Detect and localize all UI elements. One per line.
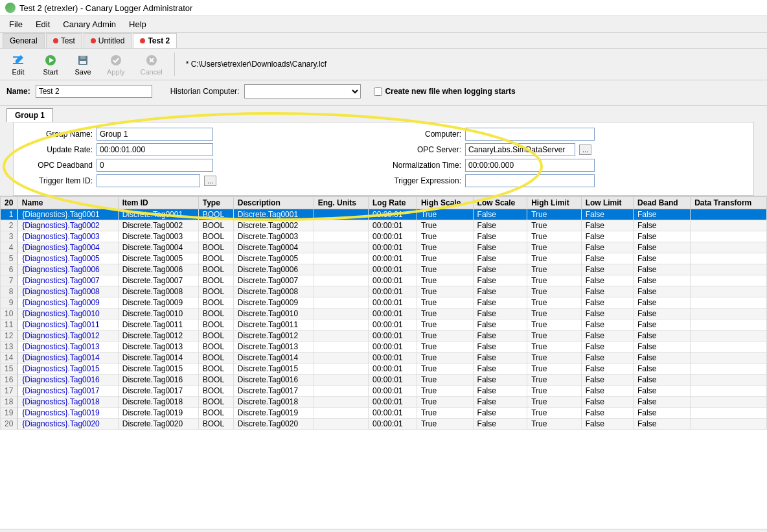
table-row[interactable]: 4{Diagnostics}.Tag0004Discrete.Tag0004BO… xyxy=(1,242,767,253)
group-name-input[interactable] xyxy=(97,128,213,141)
app-icon xyxy=(5,3,16,13)
table-row[interactable]: 5{Diagnostics}.Tag0005Discrete.Tag0005BO… xyxy=(1,253,767,264)
update-rate-row: Update Rate: xyxy=(21,143,377,156)
svg-marker-2 xyxy=(16,55,23,63)
col-type[interactable]: Type xyxy=(198,197,233,209)
table-row[interactable]: 3{Diagnostics}.Tag0003Discrete.Tag0003BO… xyxy=(1,231,767,242)
menu-file[interactable]: File xyxy=(3,17,29,31)
save-label: Save xyxy=(74,68,91,76)
trigger-item-row: Trigger Item ID: ... xyxy=(21,174,377,187)
apply-label: Apply xyxy=(107,68,125,76)
group-name-label: Group Name: xyxy=(21,130,93,139)
col-lowlimit[interactable]: Low Limit xyxy=(581,197,633,209)
table-row[interactable]: 7{Diagnostics}.Tag0007Discrete.Tag0007BO… xyxy=(1,275,767,286)
config-grid: Group Name: Update Rate: OPC Deadband Tr… xyxy=(21,128,746,190)
table-row[interactable]: 8{Diagnostics}.Tag0008Discrete.Tag0008BO… xyxy=(1,286,767,297)
normalization-input[interactable] xyxy=(465,159,595,172)
col-description[interactable]: Description xyxy=(233,197,314,209)
normalization-label: Normalization Time: xyxy=(390,161,461,170)
toolbar: Edit Start Save Apply Cancel * xyxy=(0,49,767,80)
tab-general[interactable]: General xyxy=(3,33,45,48)
right-column: Computer: OPC Server: ... Normalization … xyxy=(390,128,746,190)
table-header-row: 20 Name Item ID Type Description Eng. Un… xyxy=(1,197,767,209)
historian-label: Historian Computer: xyxy=(170,87,240,96)
trigger-item-input[interactable] xyxy=(97,174,200,187)
svg-rect-0 xyxy=(13,63,23,64)
save-button[interactable]: Save xyxy=(69,51,97,78)
group-config: Group Name: Update Rate: OPC Deadband Tr… xyxy=(13,122,754,196)
data-table-wrap: 20 Name Item ID Type Description Eng. Un… xyxy=(0,196,767,529)
cancel-button[interactable]: Cancel xyxy=(135,51,168,78)
col-engunits[interactable]: Eng. Units xyxy=(314,197,368,209)
table-row[interactable]: 15{Diagnostics}.Tag0015Discrete.Tag0015B… xyxy=(1,364,767,375)
table-row[interactable]: 9{Diagnostics}.Tag0009Discrete.Tag0009BO… xyxy=(1,297,767,308)
group-name-row: Group Name: xyxy=(21,128,377,141)
name-input[interactable] xyxy=(36,85,152,98)
menu-help[interactable]: Help xyxy=(122,17,153,31)
trigger-expr-label: Trigger Expression: xyxy=(390,176,461,185)
table-row[interactable]: 1{Diagnostics}.Tag0001Discrete.Tag0001BO… xyxy=(1,209,767,220)
col-lowscale[interactable]: Low Scale xyxy=(473,197,527,209)
tab-general-label: General xyxy=(10,36,38,45)
opc-server-input[interactable] xyxy=(465,143,575,156)
name-label: Name: xyxy=(6,87,30,96)
table-row[interactable]: 6{Diagnostics}.Tag0006Discrete.Tag0006BO… xyxy=(1,264,767,275)
update-rate-input[interactable] xyxy=(97,143,213,156)
group-tab-1[interactable]: Group 1 xyxy=(6,108,53,122)
edit-button[interactable]: Edit xyxy=(4,51,32,78)
group-tab-bar: Group 1 xyxy=(0,106,767,122)
table-row[interactable]: 16{Diagnostics}.Tag0016Discrete.Tag0016B… xyxy=(1,375,767,386)
historian-select[interactable] xyxy=(244,84,361,98)
table-row[interactable]: 17{Diagnostics}.Tag0017Discrete.Tag0017B… xyxy=(1,386,767,397)
opc-server-row: OPC Server: ... xyxy=(390,143,746,156)
left-column: Group Name: Update Rate: OPC Deadband Tr… xyxy=(21,128,377,190)
tab-untitled-dot xyxy=(91,38,96,43)
col-highlimit[interactable]: High Limit xyxy=(527,197,582,209)
edit-label: Edit xyxy=(12,68,25,76)
apply-button[interactable]: Apply xyxy=(101,51,131,78)
tab-test2-dot xyxy=(140,38,145,43)
opc-server-browse[interactable]: ... xyxy=(579,145,591,155)
svg-rect-7 xyxy=(80,61,86,64)
tab-untitled[interactable]: Untitled xyxy=(84,33,132,48)
table-row[interactable]: 12{Diagnostics}.Tag0012Discrete.Tag0012B… xyxy=(1,330,767,341)
group-config-wrapper: Group Name: Update Rate: OPC Deadband Tr… xyxy=(6,122,761,196)
col-name[interactable]: Name xyxy=(17,197,118,209)
apply-icon xyxy=(108,52,124,68)
table-row[interactable]: 20{Diagnostics}.Tag0020Discrete.Tag0020B… xyxy=(1,419,767,430)
table-body: 1{Diagnostics}.Tag0001Discrete.Tag0001BO… xyxy=(1,209,767,430)
menu-bar: File Edit Canary Admin Help xyxy=(0,16,767,33)
start-label: Start xyxy=(43,68,58,76)
tab-test-dot xyxy=(53,38,58,43)
computer-input[interactable] xyxy=(465,128,595,141)
table-row[interactable]: 11{Diagnostics}.Tag0011Discrete.Tag0011B… xyxy=(1,319,767,330)
table-row[interactable]: 13{Diagnostics}.Tag0013Discrete.Tag0013B… xyxy=(1,341,767,353)
computer-label: Computer: xyxy=(390,130,461,139)
tab-bar: General Test Untitled Test 2 xyxy=(0,33,767,49)
data-table: 20 Name Item ID Type Description Eng. Un… xyxy=(0,196,767,430)
update-rate-label: Update Rate: xyxy=(21,145,93,154)
col-deadband[interactable]: Dead Band xyxy=(634,197,691,209)
menu-edit[interactable]: Edit xyxy=(29,17,56,31)
table-row[interactable]: 18{Diagnostics}.Tag0018Discrete.Tag0018B… xyxy=(1,397,767,408)
trigger-expr-input[interactable] xyxy=(465,174,595,187)
tab-test2-label: Test 2 xyxy=(148,36,170,45)
table-row[interactable]: 14{Diagnostics}.Tag0014Discrete.Tag0014B… xyxy=(1,353,767,364)
table-row[interactable]: 2{Diagnostics}.Tag0002Discrete.Tag0002BO… xyxy=(1,220,767,231)
opc-deadband-input[interactable] xyxy=(97,159,213,172)
col-datatransform[interactable]: Data Transform xyxy=(691,197,767,209)
group-tab-label: Group 1 xyxy=(15,111,45,120)
col-highscale[interactable]: High Scale xyxy=(417,197,473,209)
tab-test2[interactable]: Test 2 xyxy=(133,33,177,48)
table-row[interactable]: 19{Diagnostics}.Tag0019Discrete.Tag0019B… xyxy=(1,408,767,419)
start-button[interactable]: Start xyxy=(36,51,65,78)
svg-point-8 xyxy=(111,55,121,65)
col-lograte[interactable]: Log Rate xyxy=(368,197,417,209)
table-row[interactable]: 10{Diagnostics}.Tag0010Discrete.Tag0010B… xyxy=(1,308,767,319)
tab-test[interactable]: Test xyxy=(46,33,82,48)
menu-canary-admin[interactable]: Canary Admin xyxy=(56,17,122,31)
col-itemid[interactable]: Item ID xyxy=(118,197,198,209)
trigger-item-browse[interactable]: ... xyxy=(204,176,216,186)
cancel-icon xyxy=(144,52,159,68)
create-file-checkbox[interactable] xyxy=(374,87,382,96)
